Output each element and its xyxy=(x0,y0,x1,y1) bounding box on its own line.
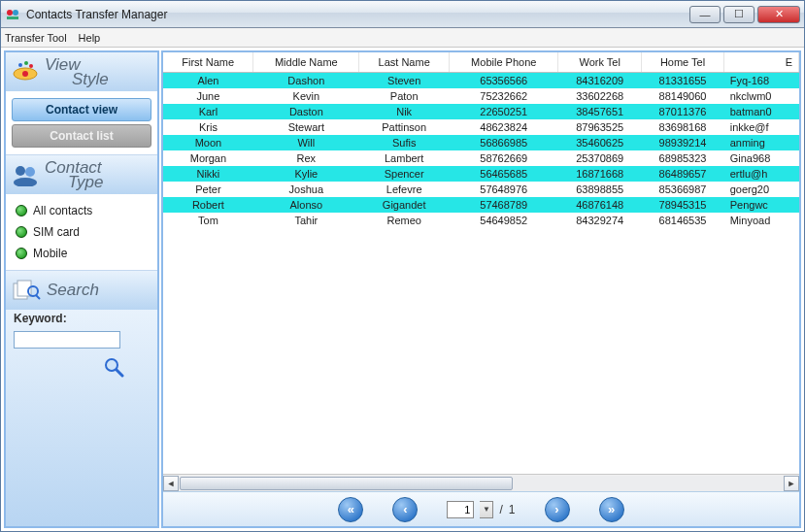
filter-sim-card[interactable]: SIM card xyxy=(10,221,153,243)
table-cell: Tahir xyxy=(253,213,359,228)
content: View Style Contact view Contact list Con… xyxy=(1,48,804,531)
keyword-input[interactable] xyxy=(14,331,120,349)
table-cell: Tom xyxy=(163,213,253,228)
table-cell: Joshua xyxy=(253,182,359,197)
radio-icon xyxy=(16,248,27,259)
table-row[interactable]: JuneKevinPaton752326623360226888149060nk… xyxy=(163,88,799,104)
table-cell: 65356566 xyxy=(450,73,558,89)
table-cell: Paton xyxy=(359,88,450,104)
contacts-table[interactable]: First Name Middle Name Last Name Mobile … xyxy=(163,52,799,228)
minimize-button[interactable]: — xyxy=(689,6,721,23)
filter-mobile[interactable]: Mobile xyxy=(10,243,153,264)
svg-point-9 xyxy=(25,167,35,177)
page-total: 1 xyxy=(509,503,516,516)
scroll-left-button[interactable]: ◄ xyxy=(163,476,179,491)
people-icon xyxy=(12,163,39,186)
table-cell: 84329274 xyxy=(558,213,641,228)
filter-all-contacts[interactable]: All contacts xyxy=(10,200,153,221)
svg-point-0 xyxy=(7,10,13,16)
table-row[interactable]: KarlDastonNik226502513845765187011376bat… xyxy=(163,104,799,119)
view-style-header: View Style xyxy=(6,52,157,91)
page-dropdown[interactable]: ▼ xyxy=(480,501,493,518)
filter-section: All contacts SIM card Mobile xyxy=(6,194,157,271)
table-row[interactable]: AlenDashonSteven653565668431620981331655… xyxy=(163,73,799,89)
table-cell: June xyxy=(163,88,253,104)
menu-help[interactable]: Help xyxy=(79,32,101,44)
table-cell: batman0 xyxy=(724,104,799,119)
nav-section: Contact view Contact list xyxy=(6,91,157,155)
table-cell: 81331655 xyxy=(641,73,723,89)
last-page-button[interactable]: » xyxy=(599,497,624,522)
col-email[interactable]: E xyxy=(724,52,799,73)
keyword-section: Keyword: xyxy=(6,310,157,526)
col-home-tel[interactable]: Home Tel xyxy=(641,52,723,73)
table-cell: Alonso xyxy=(253,197,359,213)
table-row[interactable]: MoonWillSufis568669853546062598939214anm… xyxy=(163,135,799,150)
table-cell: 68146535 xyxy=(641,213,723,228)
filter-sim-label: SIM card xyxy=(33,225,80,239)
page-indicator: ▼ / 1 xyxy=(447,501,515,518)
next-page-button[interactable]: › xyxy=(545,497,570,522)
table-cell: Kylie xyxy=(253,166,359,182)
maximize-button[interactable]: ☐ xyxy=(723,6,755,23)
table-cell: nkclwm0 xyxy=(724,88,799,104)
table-row[interactable]: PeterJoshuaLefevre5764897663898855853669… xyxy=(163,182,799,197)
table-cell: 63898855 xyxy=(558,182,641,197)
view-style-label2: Style xyxy=(45,72,109,86)
menu-transfer-tool[interactable]: Transfer Tool xyxy=(5,32,67,44)
table-row[interactable]: RobertAlonsoGigandet57468789468761487894… xyxy=(163,197,799,213)
col-work-tel[interactable]: Work Tel xyxy=(558,52,641,73)
table-cell: Lambert xyxy=(359,150,450,166)
table-row[interactable]: TomTahirRemeo546498528432927468146535Min… xyxy=(163,213,799,228)
table-cell: 84316209 xyxy=(558,73,641,89)
table-cell: 54649852 xyxy=(450,213,558,228)
svg-point-4 xyxy=(22,71,28,77)
radio-icon xyxy=(16,205,27,216)
eye-icon xyxy=(12,60,39,83)
col-last-name[interactable]: Last Name xyxy=(359,52,450,73)
contact-view-button[interactable]: Contact view xyxy=(12,98,151,121)
scroll-right-button[interactable]: ► xyxy=(784,476,799,491)
table-cell: 83698168 xyxy=(641,119,723,135)
table-cell: Gina968 xyxy=(724,150,799,166)
scroll-thumb[interactable] xyxy=(180,477,513,490)
table-cell: 68985323 xyxy=(641,150,723,166)
table-row[interactable]: KrisStewartPattinson48623824879635258369… xyxy=(163,119,799,135)
col-middle-name[interactable]: Middle Name xyxy=(253,52,359,73)
table-row[interactable]: NikkiKylieSpencer56465685168716688648965… xyxy=(163,166,799,182)
table-cell: Karl xyxy=(163,104,253,119)
table-cell: Lefevre xyxy=(359,182,450,197)
table-cell: Stewart xyxy=(253,119,359,135)
table-cell: 85366987 xyxy=(641,182,723,197)
col-first-name[interactable]: First Name xyxy=(163,52,253,73)
filter-all-label: All contacts xyxy=(33,204,92,217)
grid-wrap: First Name Middle Name Last Name Mobile … xyxy=(163,52,799,474)
table-cell: Morgan xyxy=(163,150,253,166)
contact-list-button[interactable]: Contact list xyxy=(12,124,151,148)
keyword-label: Keyword: xyxy=(6,310,157,327)
col-mobile-phone[interactable]: Mobile Phone xyxy=(450,52,558,73)
table-cell: Nikki xyxy=(163,166,253,182)
page-input[interactable] xyxy=(447,501,474,518)
table-cell: 98939214 xyxy=(641,135,723,150)
page-sep: / xyxy=(499,503,502,516)
first-page-button[interactable]: « xyxy=(338,497,363,522)
table-cell: Remeo xyxy=(359,213,450,228)
table-cell: Rex xyxy=(253,150,359,166)
close-button[interactable]: ✕ xyxy=(757,6,800,23)
table-cell: Nik xyxy=(359,104,450,119)
table-cell: 86489657 xyxy=(641,166,723,182)
table-cell: Kris xyxy=(163,119,253,135)
prev-page-button[interactable]: ‹ xyxy=(392,497,418,522)
table-cell: 35460625 xyxy=(558,135,641,150)
scroll-track[interactable] xyxy=(179,476,784,491)
table-cell: Moon xyxy=(163,135,253,150)
table-cell: 56866985 xyxy=(450,135,558,150)
pager: « ‹ ▼ / 1 › » xyxy=(163,491,799,526)
table-cell: Minyoad xyxy=(724,213,799,228)
table-row[interactable]: MorganRexLambert587626692537086968985323… xyxy=(163,150,799,166)
table-cell: Spencer xyxy=(359,166,450,182)
table-cell: Steven xyxy=(359,73,450,89)
search-icon[interactable] xyxy=(103,356,124,378)
horizontal-scrollbar[interactable]: ◄ ► xyxy=(163,474,799,491)
